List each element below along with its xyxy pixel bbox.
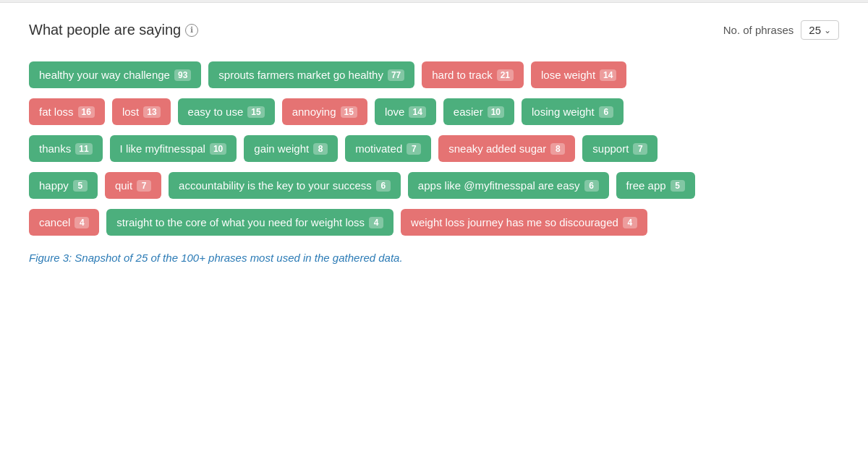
tag-label: straight to the core of what you need fo… xyxy=(116,216,365,228)
tag-1-1[interactable]: lost13 xyxy=(112,98,171,125)
tag-count: 14 xyxy=(600,69,616,81)
tag-label: love xyxy=(385,106,405,118)
main-container: What people are saying ℹ No. of phrases … xyxy=(0,3,868,278)
tag-0-0[interactable]: healthy your way challenge93 xyxy=(29,61,201,88)
tags-row-0: healthy your way challenge93sprouts farm… xyxy=(29,61,839,88)
tag-label: fat loss xyxy=(39,106,74,118)
tag-2-5[interactable]: support7 xyxy=(582,135,658,162)
tag-count: 5 xyxy=(73,180,88,192)
tag-label: accountability is the key to your succes… xyxy=(179,179,372,192)
tag-label: easy to use xyxy=(188,106,244,118)
tag-label: quit xyxy=(115,179,132,192)
tag-count: 5 xyxy=(671,180,685,192)
tag-label: easier xyxy=(454,106,483,118)
tag-count: 15 xyxy=(341,106,357,118)
tags-row-4: cancel4straight to the core of what you … xyxy=(29,209,839,236)
tag-count: 6 xyxy=(584,180,599,192)
header: What people are saying ℹ No. of phrases … xyxy=(29,20,839,40)
tag-count: 7 xyxy=(407,143,421,155)
tag-3-1[interactable]: quit7 xyxy=(105,172,161,199)
tags-row-2: thanks11I like myfitnesspal10gain weight… xyxy=(29,135,839,162)
tag-count: 10 xyxy=(210,143,226,155)
tag-count: 93 xyxy=(174,69,191,81)
tags-row-3: happy5quit7accountability is the key to … xyxy=(29,172,839,199)
tag-label: thanks xyxy=(39,142,71,155)
tag-count: 4 xyxy=(369,217,383,228)
tag-2-2[interactable]: gain weight8 xyxy=(244,135,338,162)
tag-3-3[interactable]: apps like @myfitnesspal are easy6 xyxy=(408,172,609,199)
tag-count: 4 xyxy=(75,217,89,228)
tag-1-6[interactable]: losing weight6 xyxy=(522,98,624,125)
tag-1-4[interactable]: love14 xyxy=(375,98,436,125)
no-phrases-label: No. of phrases xyxy=(723,24,794,36)
tag-count: 7 xyxy=(633,143,647,155)
tag-1-2[interactable]: easy to use15 xyxy=(178,98,275,125)
tag-count: 6 xyxy=(599,106,613,118)
tag-2-0[interactable]: thanks11 xyxy=(29,135,103,162)
tag-label: hard to track xyxy=(432,69,492,81)
tag-count: 8 xyxy=(550,143,565,155)
tag-1-3[interactable]: annoying15 xyxy=(282,98,367,125)
tag-1-5[interactable]: easier10 xyxy=(443,98,514,125)
tag-0-2[interactable]: hard to track21 xyxy=(422,61,524,88)
tag-0-3[interactable]: lose weight14 xyxy=(531,61,626,88)
header-controls: No. of phrases 25 ⌄ xyxy=(723,20,839,40)
tag-label: sneaky added sugar xyxy=(448,142,546,155)
tag-label: motivated xyxy=(355,142,402,155)
tag-count: 15 xyxy=(247,106,264,118)
tag-count: 6 xyxy=(376,180,391,192)
tag-4-2[interactable]: weight loss journey has me so discourage… xyxy=(401,209,647,236)
info-icon[interactable]: ℹ xyxy=(185,24,198,37)
tag-count: 7 xyxy=(137,180,151,192)
tag-label: sprouts farmers market go healthy xyxy=(218,69,383,81)
tag-label: apps like @myfitnesspal are easy xyxy=(418,179,580,192)
tag-label: free app xyxy=(626,179,666,192)
section-title: What people are saying ℹ xyxy=(29,22,198,38)
tag-count: 11 xyxy=(75,143,92,155)
tag-label: weight loss journey has me so discourage… xyxy=(411,216,618,228)
tag-count: 77 xyxy=(388,69,404,81)
chevron-down-icon: ⌄ xyxy=(824,25,831,35)
tag-label: support xyxy=(592,142,629,155)
tag-3-0[interactable]: happy5 xyxy=(29,172,98,199)
tag-count: 21 xyxy=(497,69,514,81)
tag-count: 13 xyxy=(143,106,160,118)
tag-label: gain weight xyxy=(254,142,309,155)
tag-label: I like myfitnesspal xyxy=(120,142,205,155)
tag-2-4[interactable]: sneaky added sugar8 xyxy=(438,135,575,162)
tag-3-2[interactable]: accountability is the key to your succes… xyxy=(169,172,401,199)
tags-area: healthy your way challenge93sprouts farm… xyxy=(29,61,839,236)
tag-count: 4 xyxy=(623,217,637,228)
tag-4-0[interactable]: cancel4 xyxy=(29,209,99,236)
tag-label: happy xyxy=(39,179,69,192)
tag-label: annoying xyxy=(292,106,336,118)
tag-label: losing weight xyxy=(532,106,595,118)
tag-1-0[interactable]: fat loss16 xyxy=(29,98,105,125)
tag-count: 8 xyxy=(313,143,328,155)
tag-3-4[interactable]: free app5 xyxy=(616,172,695,199)
tag-label: cancel xyxy=(39,216,70,228)
tag-label: lose weight xyxy=(541,69,595,81)
title-text: What people are saying xyxy=(29,22,181,38)
tag-label: healthy your way challenge xyxy=(39,69,170,81)
tag-4-1[interactable]: straight to the core of what you need fo… xyxy=(106,209,393,236)
tag-0-1[interactable]: sprouts farmers market go healthy77 xyxy=(208,61,414,88)
tag-count: 10 xyxy=(488,106,504,118)
tag-2-1[interactable]: I like myfitnesspal10 xyxy=(110,135,237,162)
tag-2-3[interactable]: motivated7 xyxy=(345,135,431,162)
figure-caption: Figure 3: Snapshot of 25 of the 100+ phr… xyxy=(29,252,839,264)
phrases-value: 25 xyxy=(809,24,821,36)
tag-label: lost xyxy=(122,106,139,118)
tag-count: 14 xyxy=(409,106,425,118)
tags-row-1: fat loss16lost13easy to use15annoying15l… xyxy=(29,98,839,125)
tag-count: 16 xyxy=(78,106,95,118)
phrases-select[interactable]: 25 ⌄ xyxy=(801,20,839,40)
